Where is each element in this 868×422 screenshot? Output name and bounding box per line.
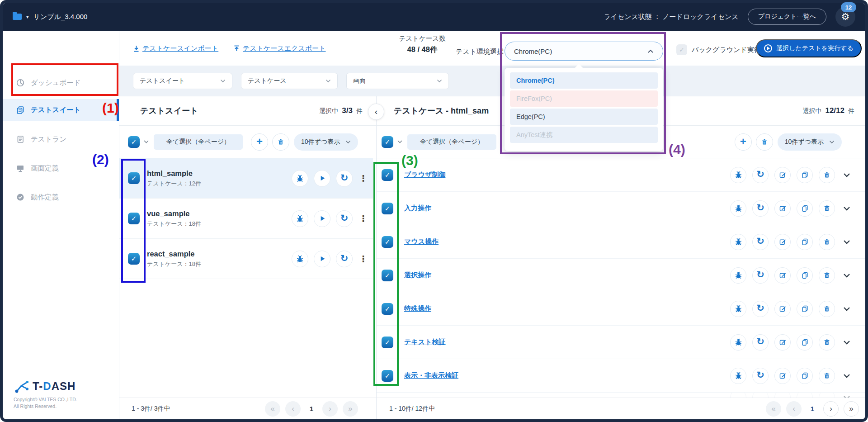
sidebar-item-action-definition[interactable]: 動作定義 — [3, 186, 119, 208]
env-option-edge[interactable]: Edge(PC) — [510, 109, 658, 125]
test-case-link[interactable]: 選択操作 — [404, 271, 431, 280]
filter-test-case[interactable]: テストケース — [241, 73, 338, 89]
collapse-panel-button[interactable]: ‹ — [368, 104, 384, 120]
test-case-link[interactable]: 表示・非表示検証 — [404, 371, 458, 380]
row-checkbox[interactable]: ✓ — [382, 203, 393, 214]
sidebar-item-test-run[interactable]: テストラン — [3, 128, 119, 150]
delete-test-case-button[interactable] — [756, 133, 773, 151]
debug-run-button[interactable] — [730, 200, 746, 217]
select-options-chevron-icon[interactable] — [143, 140, 149, 144]
row-checkbox[interactable]: ✓ — [382, 337, 393, 348]
test-case-link[interactable]: ブラウザ制御 — [404, 171, 445, 179]
select-all-checkbox[interactable]: ✓ — [128, 136, 140, 148]
debug-run-button[interactable] — [730, 334, 746, 351]
debug-run-button[interactable] — [292, 170, 308, 187]
project-list-button[interactable]: プロジェクト一覧へ — [748, 9, 826, 25]
row-checkbox[interactable]: ✓ — [382, 169, 393, 181]
export-link[interactable]: テストケースエクスポート — [233, 44, 326, 53]
project-selector[interactable]: ▾ サンプル_3.4.000 — [13, 13, 87, 21]
edit-button[interactable] — [774, 234, 791, 250]
kebab-menu[interactable]: ⋮ — [359, 213, 368, 223]
run-button[interactable] — [314, 251, 330, 267]
test-case-row[interactable]: ✓ 表示・非表示検証 ↻ — [377, 359, 865, 393]
row-checkbox[interactable]: ✓ — [382, 236, 393, 248]
edit-button[interactable] — [774, 167, 791, 183]
background-run-option[interactable]: ✓ バックグラウンド実行 — [676, 44, 761, 55]
row-checkbox[interactable]: ✓ — [382, 370, 393, 382]
page-size-select[interactable]: 10件ずつ表示 — [294, 133, 358, 151]
rerun-button[interactable]: ↻ — [752, 234, 769, 250]
copy-button[interactable] — [797, 368, 813, 384]
background-run-checkbox[interactable]: ✓ — [676, 44, 687, 55]
expand-row-button[interactable] — [842, 337, 852, 347]
copy-button[interactable] — [797, 267, 813, 284]
delete-button[interactable] — [819, 301, 835, 317]
expand-row-button[interactable] — [842, 204, 852, 213]
expand-row-button[interactable] — [842, 304, 852, 314]
sidebar-item-screen-definition[interactable]: 画面定義 — [3, 157, 119, 179]
last-page-button[interactable]: » — [844, 401, 859, 417]
test-suite-row[interactable]: ✓ react_sample テストケース：18件 ↻ — [119, 239, 373, 279]
select-all-checkbox[interactable]: ✓ — [382, 136, 393, 148]
env-option-firefox[interactable]: FireFox(PC) — [510, 90, 658, 107]
row-checkbox[interactable]: ✓ — [128, 172, 140, 184]
add-test-case-button[interactable]: + — [735, 133, 752, 151]
test-case-row[interactable]: ✓ 選択操作 ↻ — [377, 259, 865, 292]
copy-button[interactable] — [797, 334, 813, 351]
test-case-link[interactable]: 入力操作 — [404, 204, 431, 213]
env-option-chrome[interactable]: Chrome(PC) — [510, 72, 658, 89]
expand-row-button[interactable] — [842, 237, 852, 247]
delete-button[interactable] — [819, 267, 835, 284]
expand-row-button[interactable] — [842, 371, 852, 381]
last-page-button[interactable]: » — [343, 401, 358, 417]
kebab-menu[interactable]: ⋮ — [359, 254, 368, 264]
add-test-suite-button[interactable]: + — [251, 133, 268, 151]
prev-page-button[interactable]: ‹ — [786, 401, 802, 417]
sidebar-item-dashboard[interactable]: ダッシュボード — [3, 72, 119, 94]
prev-page-button[interactable]: ‹ — [285, 401, 301, 417]
import-link[interactable]: テストケースインポート — [133, 44, 218, 53]
page-size-select[interactable]: 10件ずつ表示 — [778, 133, 842, 151]
debug-run-button[interactable] — [730, 301, 746, 317]
delete-test-suite-button[interactable] — [272, 133, 289, 151]
test-case-row[interactable]: ✓ テキスト検証 ↻ — [377, 326, 865, 359]
test-suite-row[interactable]: ✓ vue_sample テストケース：18件 ↻ ⋮ — [119, 199, 373, 239]
rerun-button[interactable]: ↻ — [752, 301, 769, 317]
rerun-button[interactable]: ↻ — [752, 334, 769, 351]
select-options-chevron-icon[interactable] — [397, 140, 403, 144]
edit-button[interactable] — [774, 267, 791, 284]
copy-button[interactable] — [797, 234, 813, 250]
run-button[interactable] — [314, 210, 330, 227]
delete-button[interactable] — [819, 167, 835, 183]
copy-button[interactable] — [797, 200, 813, 217]
row-checkbox[interactable]: ✓ — [128, 213, 140, 224]
run-button[interactable] — [314, 170, 330, 187]
delete-button[interactable] — [819, 234, 835, 250]
edit-button[interactable] — [774, 200, 791, 217]
debug-run-button[interactable] — [730, 368, 746, 384]
test-case-row[interactable]: ✓ マウス操作 ↻ — [377, 225, 865, 259]
debug-run-button[interactable] — [292, 251, 308, 267]
delete-button[interactable] — [819, 334, 835, 351]
rerun-button[interactable]: ↻ — [752, 200, 769, 217]
kebab-menu[interactable]: ⋮ — [359, 173, 368, 183]
expand-row-button[interactable] — [842, 170, 852, 180]
first-page-button[interactable]: « — [766, 401, 781, 417]
test-case-link[interactable]: テキスト検証 — [404, 338, 445, 346]
next-page-button[interactable]: › — [322, 401, 338, 417]
delete-button[interactable] — [819, 368, 835, 384]
rerun-button[interactable]: ↻ — [336, 251, 353, 267]
sidebar-item-test-suite[interactable]: テストスイート — [3, 99, 119, 121]
test-case-link[interactable]: マウス操作 — [404, 237, 439, 246]
debug-run-button[interactable] — [730, 167, 746, 183]
test-case-link[interactable]: 特殊操作 — [404, 304, 431, 313]
copy-button[interactable] — [797, 301, 813, 317]
edit-button[interactable] — [774, 334, 791, 351]
test-suite-row[interactable]: ✓ html_sample テストケース：12件 ↻ — [119, 158, 373, 199]
copy-button[interactable] — [797, 167, 813, 183]
debug-run-button[interactable] — [292, 210, 308, 227]
rerun-button[interactable]: ↻ — [752, 267, 769, 284]
row-checkbox[interactable]: ✓ — [382, 303, 393, 315]
rerun-button[interactable]: ↻ — [752, 167, 769, 183]
test-case-row[interactable]: ✓ 特殊操作 ↻ — [377, 292, 865, 326]
